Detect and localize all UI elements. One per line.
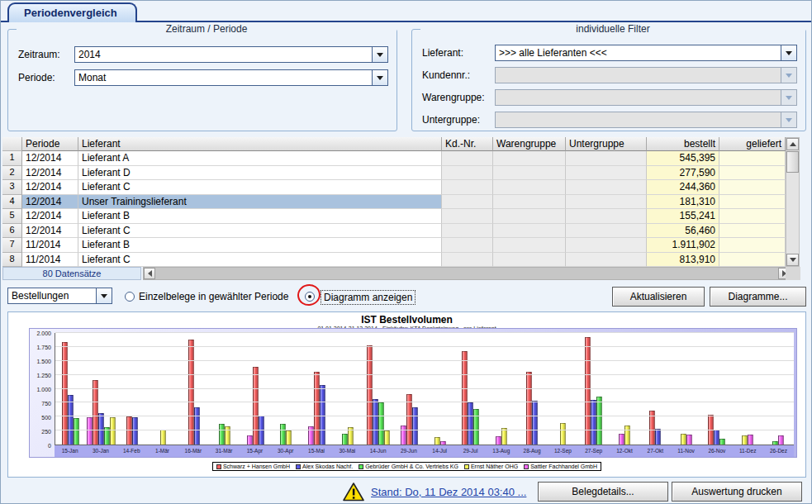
belegdetails-button[interactable]: Belegdetails... xyxy=(538,482,668,502)
row-number-cell[interactable]: 6 xyxy=(2,224,22,239)
belegtyp-dropdown-button[interactable] xyxy=(96,288,112,303)
cell-kdnr[interactable] xyxy=(442,224,493,239)
diagramme-button[interactable]: Diagramme... xyxy=(710,287,806,307)
cell-geliefert[interactable] xyxy=(719,209,786,224)
belegtyp-select[interactable]: Bestellungen xyxy=(7,288,112,304)
table-row[interactable]: 312/2014Lieferant C244,360 xyxy=(2,180,786,195)
cell-bestellt[interactable]: 155,241 xyxy=(647,209,719,224)
table-row[interactable]: 711/2014Lieferant B1.911,902 xyxy=(2,238,786,253)
table-row[interactable]: 612/2014Lieferant C56,460 xyxy=(2,224,786,239)
cell-periode[interactable]: 12/2014 xyxy=(22,195,78,210)
column-header-kdnr[interactable]: Kd.-Nr. xyxy=(442,137,493,151)
scroll-down-button[interactable] xyxy=(786,254,799,266)
cell-bestellt[interactable]: 545,395 xyxy=(647,151,719,166)
cell-kdnr[interactable] xyxy=(442,180,493,195)
lieferant-select[interactable]: >>> alle Lieferanten <<< xyxy=(495,45,797,61)
row-number-cell[interactable]: 1 xyxy=(2,151,22,166)
row-number-cell[interactable]: 5 xyxy=(2,209,22,224)
column-header-geliefert[interactable]: geliefert xyxy=(719,137,786,151)
lieferant-dropdown-button[interactable] xyxy=(781,45,796,60)
cell-geliefert[interactable] xyxy=(719,224,786,239)
cell-lieferant[interactable]: Unser Trainingslieferant xyxy=(78,195,442,210)
cell-periode[interactable]: 12/2014 xyxy=(22,180,78,195)
cell-lieferant[interactable]: Lieferant C xyxy=(78,224,442,239)
zeitraum-select[interactable]: 2014 xyxy=(74,46,388,63)
cell-bestellt[interactable]: 277,590 xyxy=(647,166,719,181)
cell-geliefert[interactable] xyxy=(719,151,786,166)
cell-periode[interactable]: 12/2014 xyxy=(22,151,78,166)
cell-bestellt[interactable]: 181,310 xyxy=(647,195,719,210)
cell-bestellt[interactable]: 56,460 xyxy=(647,224,719,239)
cell-lieferant[interactable]: Lieferant B xyxy=(78,209,442,224)
cell-warengruppe[interactable] xyxy=(493,180,566,195)
stand-link[interactable]: Stand: Do, 11 Dez 2014 03:40 ... xyxy=(371,486,526,498)
vertical-scrollbar[interactable] xyxy=(786,137,800,267)
column-header-bestellt[interactable]: bestellt xyxy=(647,137,719,151)
horizontal-scrollbar[interactable] xyxy=(143,267,791,280)
cell-lieferant[interactable]: Lieferant C xyxy=(78,253,442,268)
cell-bestellt[interactable]: 244,360 xyxy=(647,180,719,195)
cell-geliefert[interactable] xyxy=(719,180,786,195)
cell-lieferant[interactable]: Lieferant B xyxy=(78,238,442,253)
radio-einzelbelege[interactable] xyxy=(125,292,135,302)
auswertung-drucken-button[interactable]: Auswertung drucken xyxy=(672,482,802,502)
cell-warengruppe[interactable] xyxy=(493,253,566,268)
scroll-left-button[interactable] xyxy=(144,268,155,279)
cell-untergruppe[interactable] xyxy=(566,209,647,224)
cell-geliefert[interactable] xyxy=(719,238,786,253)
cell-untergruppe[interactable] xyxy=(566,224,647,239)
column-header-periode[interactable]: Periode xyxy=(22,137,78,151)
cell-untergruppe[interactable] xyxy=(566,238,647,253)
tab-periodenvergleich[interactable]: Periodenvergleich xyxy=(7,2,137,22)
cell-warengruppe[interactable] xyxy=(493,166,566,181)
radio-diagramm[interactable] xyxy=(305,292,315,302)
row-number-cell[interactable]: 7 xyxy=(2,238,22,253)
cell-geliefert[interactable] xyxy=(719,253,786,268)
cell-lieferant[interactable]: Lieferant D xyxy=(78,166,442,181)
cell-warengruppe[interactable] xyxy=(493,224,566,239)
cell-warengruppe[interactable] xyxy=(493,209,566,224)
cell-untergruppe[interactable] xyxy=(566,253,647,268)
row-number-cell[interactable]: 4 xyxy=(2,195,22,210)
cell-periode[interactable]: 12/2014 xyxy=(22,224,78,239)
table-row[interactable]: 811/2014Lieferant C813,910 xyxy=(2,253,786,268)
cell-untergruppe[interactable] xyxy=(566,195,647,210)
scroll-up-button[interactable] xyxy=(786,138,799,150)
table-row[interactable]: 512/2014Lieferant B155,241 xyxy=(2,209,786,224)
cell-periode[interactable]: 11/2014 xyxy=(22,238,78,253)
cell-kdnr[interactable] xyxy=(442,151,493,166)
cell-warengruppe[interactable] xyxy=(493,151,566,166)
cell-warengruppe[interactable] xyxy=(493,195,566,210)
zeitraum-dropdown-button[interactable] xyxy=(372,47,387,62)
periode-dropdown-button[interactable] xyxy=(372,70,387,85)
periode-select[interactable]: Monat xyxy=(74,69,388,86)
cell-untergruppe[interactable] xyxy=(566,166,647,181)
row-number-cell[interactable]: 8 xyxy=(2,253,22,268)
cell-lieferant[interactable]: Lieferant C xyxy=(78,180,442,195)
cell-kdnr[interactable] xyxy=(442,166,493,181)
cell-bestellt[interactable]: 813,910 xyxy=(647,253,719,268)
cell-geliefert[interactable] xyxy=(719,195,786,210)
cell-untergruppe[interactable] xyxy=(566,151,647,166)
cell-bestellt[interactable]: 1.911,902 xyxy=(647,238,719,253)
cell-periode[interactable]: 12/2014 xyxy=(22,166,78,181)
radio-einzelbelege-label[interactable]: Einzelbelege in gewählter Periode xyxy=(139,291,288,302)
aktualisieren-button[interactable]: Aktualisieren xyxy=(612,287,705,307)
cell-periode[interactable]: 11/2014 xyxy=(22,253,78,268)
cell-geliefert[interactable] xyxy=(719,166,786,181)
column-header-warengruppe[interactable]: Warengruppe xyxy=(493,137,566,151)
cell-lieferant[interactable]: Lieferant A xyxy=(78,151,442,166)
column-header-lieferant[interactable]: Lieferant xyxy=(78,137,442,151)
cell-kdnr[interactable] xyxy=(442,195,493,210)
cell-untergruppe[interactable] xyxy=(566,180,647,195)
row-number-cell[interactable]: 3 xyxy=(2,180,22,195)
cell-periode[interactable]: 12/2014 xyxy=(22,209,78,224)
vertical-scroll-thumb[interactable] xyxy=(786,151,799,173)
table-row[interactable]: 212/2014Lieferant D277,590 xyxy=(2,166,786,181)
cell-kdnr[interactable] xyxy=(442,253,493,268)
cell-kdnr[interactable] xyxy=(442,209,493,224)
radio-diagramm-label[interactable]: Diagramm anzeigen xyxy=(321,291,415,304)
table-row[interactable]: 112/2014Lieferant A545,395 xyxy=(2,151,786,166)
cell-kdnr[interactable] xyxy=(442,238,493,253)
cell-warengruppe[interactable] xyxy=(493,238,566,253)
